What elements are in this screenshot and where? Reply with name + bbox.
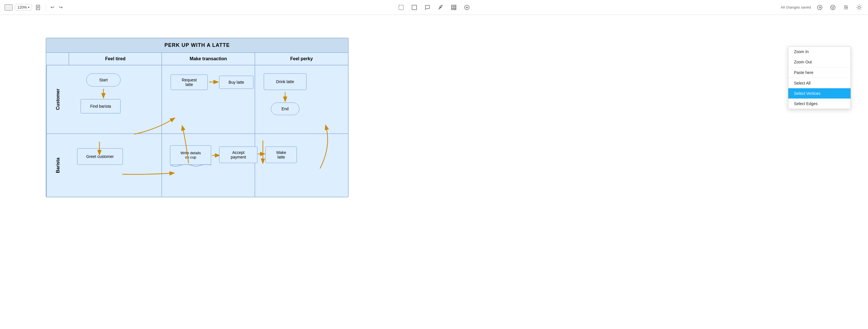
- cell-customer-feel-tired: Start Find barista: [69, 65, 162, 133]
- sidebar-toggle-button[interactable]: [5, 4, 12, 10]
- share-button[interactable]: [815, 3, 824, 12]
- cell-barista-feel-perky: [255, 134, 348, 197]
- svg-rect-7: [452, 5, 456, 10]
- svg-line-33: [861, 9, 861, 9]
- col-header-make-transaction: Make transaction: [162, 53, 255, 65]
- col-header-feel-perky: Feel perky: [255, 53, 348, 65]
- svg-point-21: [833, 7, 834, 7]
- select-tool-button[interactable]: [397, 3, 405, 12]
- undo-button[interactable]: ↩: [50, 3, 55, 11]
- svg-rect-5: [412, 5, 416, 10]
- node-start[interactable]: Start: [86, 73, 121, 87]
- node-buy-latte[interactable]: Buy latte: [219, 76, 253, 89]
- swimlane-columns-header: Feel tired Make transaction Feel perky: [46, 53, 348, 65]
- status-text: All changes saved: [781, 5, 811, 9]
- svg-rect-4: [399, 5, 403, 10]
- zoom-label: 120%: [18, 5, 27, 9]
- swimlane-row-barista: Barista Greet customer: [46, 134, 348, 197]
- add-page-button[interactable]: [34, 3, 42, 11]
- svg-point-20: [832, 7, 833, 7]
- cell-barista-make-transaction: Write details on cup Acceptpayment: [162, 134, 255, 197]
- cell-customer-make-transaction: Requestlatte Buy latte: [162, 65, 255, 133]
- svg-line-34: [861, 5, 861, 6]
- context-menu: Zoom In Zoom Out Paste here Select All S…: [788, 46, 851, 109]
- svg-line-32: [857, 5, 858, 6]
- cell-barista-feel-tired: Greet customer: [69, 134, 162, 197]
- context-menu-item-select-edges[interactable]: Select Edges: [788, 99, 850, 109]
- node-request-latte[interactable]: Requestlatte: [170, 74, 208, 90]
- cell-customer-feel-perky: Drink latte End: [255, 65, 348, 133]
- svg-point-27: [858, 6, 860, 8]
- chevron-down-icon: ▾: [28, 6, 29, 9]
- node-find-barista[interactable]: Find barista: [81, 99, 121, 113]
- settings-button[interactable]: [842, 3, 850, 12]
- svg-line-35: [857, 9, 858, 9]
- svg-point-6: [440, 7, 441, 8]
- node-accept-payment[interactable]: Acceptpayment: [219, 146, 257, 163]
- row-label-customer: Customer: [46, 65, 69, 133]
- swimlane-row-customer: Customer Star: [46, 65, 348, 134]
- diagram-wrapper: PERK UP WITH A LATTE Feel tired Make tra…: [46, 38, 348, 197]
- context-menu-item-zoom-in[interactable]: Zoom In: [788, 46, 850, 57]
- node-drink-latte[interactable]: Drink latte: [264, 73, 307, 90]
- row-label-barista: Barista: [46, 134, 69, 197]
- context-menu-item-zoom-out[interactable]: Zoom Out: [788, 57, 850, 67]
- redo-button[interactable]: ↪: [58, 3, 64, 11]
- swimlane-title: PERK UP WITH A LATTE: [46, 38, 348, 53]
- col-label-empty: [46, 53, 69, 65]
- feedback-button[interactable]: [829, 3, 837, 12]
- context-menu-item-select-vertices[interactable]: Select Vertices: [788, 88, 850, 99]
- canvas-area[interactable]: PERK UP WITH A LATTE Feel tired Make tra…: [0, 15, 868, 329]
- toolbar-right: All changes saved: [781, 3, 863, 12]
- table-tool-button[interactable]: [450, 3, 458, 12]
- node-write-details[interactable]: Write details on cup: [170, 145, 211, 165]
- svg-point-19: [831, 5, 835, 10]
- divider-1: [46, 4, 46, 11]
- toolbar: 120% ▾ ↩ ↪: [0, 0, 868, 15]
- node-greet-customer[interactable]: Greet customer: [77, 148, 123, 165]
- toolbar-left: 120% ▾ ↩ ↪: [5, 3, 64, 11]
- toolbar-center: [397, 3, 471, 12]
- comment-tool-button[interactable]: [423, 3, 432, 12]
- swimlane-container: PERK UP WITH A LATTE Feel tired Make tra…: [46, 38, 348, 197]
- col-header-feel-tired: Feel tired: [69, 53, 162, 65]
- context-menu-item-select-all[interactable]: Select All: [788, 78, 850, 88]
- swimlane-rows: Customer Star: [46, 65, 348, 197]
- zoom-control[interactable]: 120% ▾: [15, 4, 32, 10]
- pen-tool-button[interactable]: [436, 3, 445, 12]
- node-end[interactable]: End: [271, 102, 300, 115]
- context-menu-item-paste-here[interactable]: Paste here: [788, 67, 850, 78]
- shape-tool-button[interactable]: [410, 3, 418, 12]
- add-tool-button[interactable]: [463, 3, 471, 12]
- theme-button[interactable]: [855, 3, 863, 12]
